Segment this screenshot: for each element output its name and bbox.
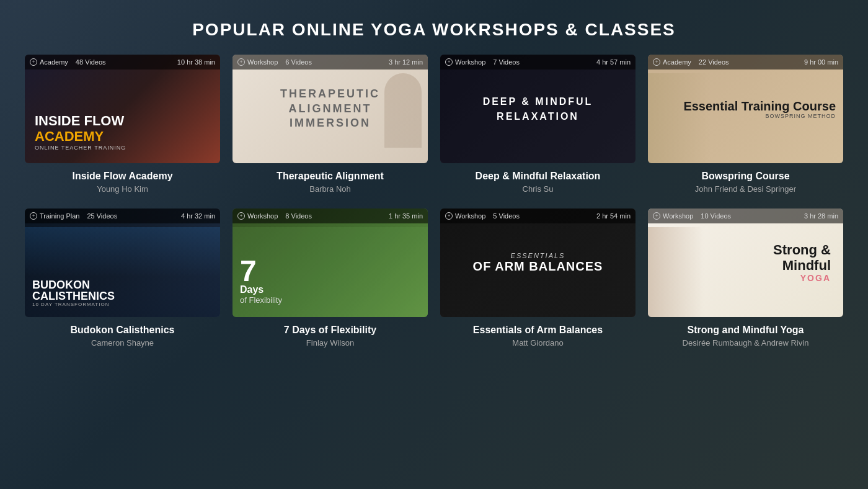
card-author-arm-balances: Matt Giordano (440, 338, 636, 348)
thumb-bk-sub: 10 DAY TRANSFORMATION (32, 302, 115, 307)
thumb-ea-title: OF ARM BALANCES (473, 259, 603, 274)
card-author-inside-flow: Young Ho Kim (25, 184, 220, 194)
badge-left: Workshop 6 Videos (237, 58, 317, 66)
badge-videos: 5 Videos (493, 212, 520, 220)
thumb-bg-2: THERAPEUTICALIGNMENTIMMERSION (232, 55, 428, 163)
thumb-ta-title: THERAPEUTICALIGNMENTIMMERSION (280, 87, 380, 130)
card-title-7-days: 7 Days of Flexibility (232, 325, 428, 336)
badge-left: Workshop 10 Videos (653, 212, 736, 220)
thumbnail-budokon: Training Plan 25 Videos 4 hr 32 min BUDO… (25, 209, 220, 317)
card-title-arm-balances: Essentials of Arm Balances (440, 325, 636, 336)
thumb-text-5: BUDOKONCALISTHENICS 10 DAY TRANSFORMATIO… (32, 279, 115, 307)
figure-hint (384, 73, 422, 148)
badge-type: Academy (663, 58, 691, 66)
badge-row: Workshop 5 Videos 2 hr 54 min (440, 209, 636, 223)
badge-left: Academy 22 Videos (653, 58, 734, 66)
badge-videos: 7 Videos (493, 58, 520, 66)
thumb-text-1: INSIDE FLOW ACADEMY ONLINE TEACHER TRAIN… (35, 114, 126, 151)
thumb-line3: ONLINE TEACHER TRAINING (35, 145, 126, 151)
card-title-bowspring: Bowspring Course (648, 171, 843, 182)
thumb-sm-title: Strong &Mindful (773, 243, 831, 272)
badge-left: Workshop 7 Videos (445, 58, 525, 66)
thumb-days-num: 7 (240, 258, 282, 284)
badge-duration: 3 hr 12 min (389, 58, 423, 66)
badge-icon (237, 212, 245, 220)
thumb-bg-8: Strong &Mindful YOGA (648, 209, 843, 317)
thumbnail-deep-mindful: Workshop 7 Videos 4 hr 57 min DEEP & MIN… (440, 55, 636, 163)
badge-duration: 4 hr 32 min (181, 212, 215, 220)
thumb-bg-7: Essentials OF ARM BALANCES (440, 209, 636, 317)
figure-left-8 (648, 227, 704, 317)
card-bowspring[interactable]: Academy 22 Videos 9 hr 00 min Essential … (648, 55, 843, 194)
badge-type: Workshop (455, 212, 485, 220)
thumb-days-sub: of Flexibility (240, 295, 282, 305)
thumb-text-3: DEEP & MINDFULRELAXATION (483, 94, 593, 124)
thumb-text-8: Strong &Mindful YOGA (773, 243, 836, 282)
thumb-line2: ACADEMY (35, 128, 126, 145)
thumb-text-4: Essential Training Course BOWSPRING METH… (683, 99, 836, 119)
badge-left: Training Plan 25 Videos (30, 212, 122, 220)
thumbnail-therapeutic: Workshop 6 Videos 3 hr 12 min THERAPEUTI… (232, 55, 428, 163)
badge-type: Workshop (663, 212, 693, 220)
badge-duration: 3 hr 28 min (804, 212, 838, 220)
card-arm-balances[interactable]: Workshop 5 Videos 2 hr 54 min Essentials… (440, 209, 636, 348)
thumb-bg-6: 7 Days of Flexibility (232, 209, 428, 317)
thumb-ea-small: Essentials (473, 252, 603, 259)
badge-icon (30, 212, 37, 220)
thumb-text-6: 7 Days of Flexibility (240, 258, 282, 305)
card-author-deep-mindful: Chris Su (440, 184, 636, 194)
card-title-strong-mindful: Strong and Mindful Yoga (648, 325, 843, 336)
badge-row: Workshop 10 Videos 3 hr 28 min (648, 209, 843, 223)
badge-videos: 10 Videos (701, 212, 731, 220)
badge-left: Workshop 8 Videos (237, 212, 317, 220)
badge-row: Workshop 7 Videos 4 hr 57 min (440, 55, 636, 70)
thumb-bg-5: BUDOKONCALISTHENICS 10 DAY TRANSFORMATIO… (25, 209, 220, 317)
badge-left: Workshop 5 Videos (445, 212, 525, 220)
card-7-days[interactable]: Workshop 8 Videos 1 hr 35 min 7 Days of … (232, 209, 428, 348)
badge-icon (445, 58, 453, 66)
card-author-strong-mindful: Desirée Rumbaugh & Andrew Rivin (648, 338, 843, 348)
card-title-deep-mindful: Deep & Mindful Relaxation (440, 171, 636, 182)
badge-icon (30, 58, 37, 66)
badge-row: Training Plan 25 Videos 4 hr 32 min (25, 209, 220, 223)
card-budokon[interactable]: Training Plan 25 Videos 4 hr 32 min BUDO… (25, 209, 220, 348)
thumb-bg-4: Essential Training Course BOWSPRING METH… (648, 55, 843, 163)
badge-row: Workshop 8 Videos 1 hr 35 min (232, 209, 428, 223)
badge-type: Workshop (247, 58, 278, 66)
badge-icon (653, 212, 660, 220)
badge-row: Academy 48 Videos 10 hr 38 min (25, 55, 220, 70)
page-title: POPULAR ONLINE YOGA WOKRSHOPS & CLASSES (0, 0, 868, 55)
thumbnail-strong-mindful: Workshop 10 Videos 3 hr 28 min Strong &M… (648, 209, 843, 317)
card-author-budokon: Cameron Shayne (25, 338, 220, 348)
thumb-bk-title: BUDOKONCALISTHENICS (32, 279, 115, 302)
card-title-inside-flow: Inside Flow Academy (25, 171, 220, 182)
badge-videos: 25 Videos (87, 212, 117, 220)
thumb-text-2: THERAPEUTICALIGNMENTIMMERSION (280, 87, 380, 130)
badge-duration: 10 hr 38 min (177, 58, 215, 66)
badge-type: Academy (40, 58, 68, 66)
thumbnail-arm-balances: Workshop 5 Videos 2 hr 54 min Essentials… (440, 209, 636, 317)
badge-type: Workshop (247, 212, 278, 220)
card-inside-flow-academy[interactable]: Academy 48 Videos 10 hr 38 min INSIDE FL… (25, 55, 220, 194)
badge-duration: 9 hr 00 min (804, 58, 838, 66)
card-title-budokon: Budokon Calisthenics (25, 325, 220, 336)
thumbnail-bowspring: Academy 22 Videos 9 hr 00 min Essential … (648, 55, 843, 163)
card-therapeutic-alignment[interactable]: Workshop 6 Videos 3 hr 12 min THERAPEUTI… (232, 55, 428, 194)
thumb-line1: INSIDE FLOW (35, 114, 126, 128)
badge-duration: 2 hr 54 min (596, 212, 631, 220)
thumbnail-7-days: Workshop 8 Videos 1 hr 35 min 7 Days of … (232, 209, 428, 317)
card-strong-mindful[interactable]: Workshop 10 Videos 3 hr 28 min Strong &M… (648, 209, 843, 348)
badge-type: Training Plan (40, 212, 79, 220)
badge-videos: 6 Videos (285, 58, 312, 66)
thumb-text-7: Essentials OF ARM BALANCES (473, 252, 603, 274)
card-author-bowspring: John Friend & Desi Springer (648, 184, 843, 194)
card-deep-mindful[interactable]: Workshop 7 Videos 4 hr 57 min DEEP & MIN… (440, 55, 636, 194)
thumbnail-inside-flow: Academy 48 Videos 10 hr 38 min INSIDE FL… (25, 55, 220, 163)
thumb-bg-3: DEEP & MINDFULRELAXATION (440, 55, 636, 163)
badge-row: Academy 22 Videos 9 hr 00 min (648, 55, 843, 70)
card-author-7-days: Finlay Wilson (232, 338, 428, 348)
badge-icon (653, 58, 660, 66)
badge-videos: 8 Videos (285, 212, 312, 220)
card-title-therapeutic: Therapeutic Alignment (232, 171, 428, 182)
badge-icon (445, 212, 453, 220)
